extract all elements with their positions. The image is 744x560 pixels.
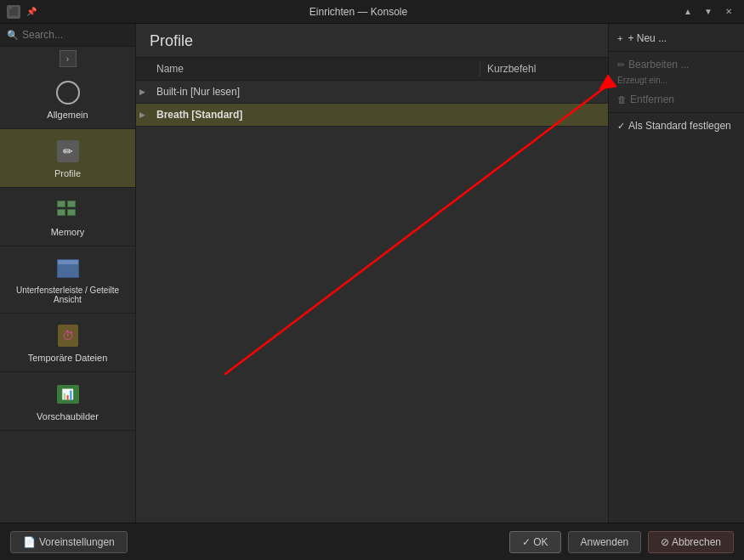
table-header: Name Kurzbefehl (136, 58, 608, 81)
right-divider-2 (609, 112, 744, 113)
memory-label: Memory (51, 227, 85, 237)
unterfensterleiste-label: Unterfensterleiste / Geteilte Ansicht (3, 286, 132, 304)
allgemein-icon (54, 79, 82, 106)
entfernen-button[interactable]: 🗑 Entfernen (609, 88, 744, 110)
row-name: Breath [Standard] (153, 104, 480, 126)
anwenden-label: Anwenden (581, 536, 629, 548)
page-title: Profile (150, 32, 594, 50)
search-input[interactable] (22, 29, 128, 41)
profile-label: Profile (54, 168, 81, 178)
search-box[interactable]: 🔍 (0, 24, 135, 47)
search-icon: 🔍 (7, 30, 19, 41)
sidebar-collapse-arrow[interactable]: › (60, 50, 77, 67)
table-row[interactable]: ▶ Breath [Standard] (136, 104, 608, 127)
title-bar: ⬛ 📌 Einrichten — Konsole ▲ ▼ ✕ (0, 0, 744, 24)
neu-button[interactable]: + + Neu ... (609, 27, 744, 49)
memory-icon (54, 196, 82, 223)
bottom-left: 📄 Voreinstellungen (10, 531, 128, 553)
standard-label: Als Standard festlegen (628, 120, 731, 132)
edit-icon: ✏ (617, 59, 625, 71)
profile-table: Name Kurzbefehl ▶ Built-in [Nur lesen] ▶… (136, 58, 608, 523)
voreinstellungen-button[interactable]: 📄 Voreinstellungen (10, 531, 128, 553)
restore-button[interactable]: ▼ (700, 5, 717, 19)
main-container: 🔍 › Allgemein Profile (0, 24, 744, 523)
bottom-bar: 📄 Voreinstellungen ✓ OK Anwenden ⊘ Abbre… (0, 523, 744, 560)
sidebar-item-vorschaubilder[interactable]: Vorschaubilder (0, 372, 135, 431)
row-shortcut (480, 110, 608, 120)
bearbeiten-sub: Erzeugt ein... (609, 76, 744, 88)
vorschaubilder-icon (54, 381, 82, 408)
table-row[interactable]: ▶ Built-in [Nur lesen] (136, 81, 608, 104)
row-expand-icon[interactable]: ▶ (136, 88, 153, 96)
window-controls: ▲ ▼ ✕ (679, 5, 737, 19)
bearbeiten-label: Bearbeiten ... (628, 59, 689, 71)
trash-icon: 🗑 (617, 94, 627, 105)
anwenden-button[interactable]: Anwenden (568, 531, 642, 553)
standard-button[interactable]: ✓ Als Standard festlegen (609, 115, 744, 137)
content-area: Profile Name Kurzbefehl ▶ Built-in [Nur … (136, 24, 608, 523)
sidebar-items: › Allgemein Profile (0, 47, 135, 431)
check-icon: ✓ (617, 121, 625, 132)
pin-icon: 📌 (26, 6, 37, 18)
abbrechen-button[interactable]: ⊘ Abbrechen (648, 531, 734, 553)
sidebar-item-profile[interactable]: Profile (0, 129, 135, 188)
abbrechen-label: ⊘ Abbrechen (661, 536, 721, 548)
row-name: Built-in [Nur lesen] (153, 81, 480, 103)
ok-label: ✓ OK (522, 536, 548, 548)
temporaeredateien-label: Temporäre Dateien (28, 353, 108, 363)
bearbeiten-button[interactable]: ✏ Bearbeiten ... (609, 54, 744, 76)
vorschaubilder-label: Vorschaubilder (37, 411, 99, 421)
minimize-button[interactable]: ▲ (679, 5, 696, 19)
entfernen-label: Entfernen (630, 93, 674, 105)
sidebar-item-allgemein[interactable]: Allgemein (0, 71, 135, 129)
temporaeredateien-icon (54, 322, 82, 349)
voreinstellungen-label: Voreinstellungen (39, 536, 115, 548)
profile-icon (54, 138, 82, 165)
col-shortcut-header: Kurzbefehl (480, 61, 608, 76)
app-icon: ⬛ (7, 5, 20, 19)
plus-icon: + (617, 33, 622, 43)
unterfensterleiste-icon (54, 255, 82, 282)
sidebar-item-unterfensterleiste[interactable]: Unterfensterleiste / Geteilte Ansicht (0, 246, 135, 314)
row-shortcut (480, 87, 608, 97)
col-name-header: Name (136, 61, 480, 76)
neu-label: + Neu ... (628, 32, 667, 44)
close-button[interactable]: ✕ (720, 5, 737, 19)
row-expand-icon[interactable]: ▶ (136, 110, 153, 119)
window-title: Einrichten — Konsole (37, 6, 679, 18)
allgemein-label: Allgemein (47, 110, 88, 120)
title-bar-left: ⬛ 📌 (7, 5, 37, 19)
voreinstellungen-icon: 📄 (23, 536, 36, 548)
right-panel: + + Neu ... ✏ Bearbeiten ... Erzeugt ein… (608, 24, 744, 523)
bottom-right: ✓ OK Anwenden ⊘ Abbrechen (509, 531, 734, 553)
content-header: Profile (136, 24, 608, 58)
ok-button[interactable]: ✓ OK (509, 531, 561, 553)
sidebar: 🔍 › Allgemein Profile (0, 24, 136, 523)
right-divider (609, 51, 744, 52)
sidebar-item-memory[interactable]: Memory (0, 188, 135, 246)
table-container: Name Kurzbefehl ▶ Built-in [Nur lesen] ▶… (136, 58, 608, 523)
sidebar-item-temporaere-dateien[interactable]: Temporäre Dateien (0, 314, 135, 372)
